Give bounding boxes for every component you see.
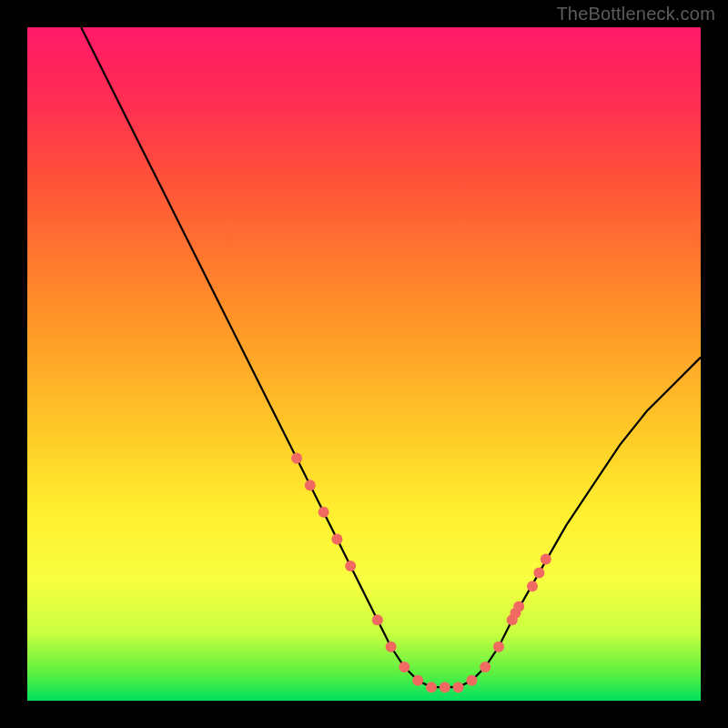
marker-point: [493, 642, 504, 652]
marker-point: [399, 662, 410, 672]
marker-point: [453, 682, 464, 693]
marker-point: [372, 614, 383, 625]
marker-point: [480, 662, 490, 672]
marker-point: [440, 682, 450, 693]
marker-point: [412, 675, 423, 686]
chart-plot-area: [27, 27, 701, 701]
attribution-text: TheBottleneck.com: [556, 4, 715, 25]
marker-point: [318, 507, 329, 518]
chart-frame: TheBottleneck.com: [0, 0, 728, 728]
bottleneck-curve: [81, 27, 701, 687]
marker-point: [541, 554, 551, 565]
marker-point: [527, 581, 538, 592]
chart-svg: [27, 27, 701, 701]
marker-point: [305, 480, 316, 490]
marker-point: [291, 453, 302, 464]
marker-point: [386, 642, 397, 652]
marker-point: [345, 561, 356, 571]
marker-point: [466, 675, 477, 686]
marker-point: [513, 601, 524, 612]
marker-point: [331, 533, 342, 544]
marker-point: [533, 567, 544, 578]
highlight-markers: [291, 453, 551, 693]
marker-point: [426, 682, 437, 693]
